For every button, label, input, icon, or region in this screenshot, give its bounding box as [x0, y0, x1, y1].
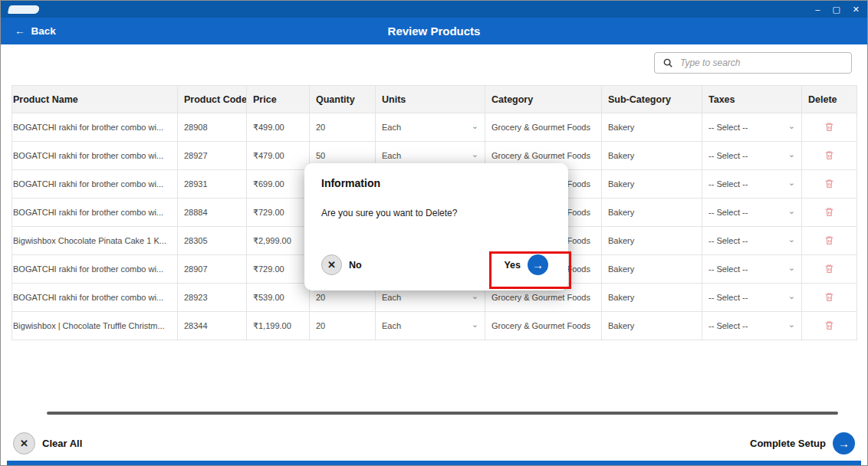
cell-product-code: 28931: [178, 170, 247, 199]
table-row: BOGATCHI rakhi for brother combo wi... 2…: [12, 113, 857, 142]
units-dropdown[interactable]: Each ⌄: [376, 113, 485, 142]
cell-price: ₹729.00: [247, 199, 310, 227]
search-box[interactable]: [654, 52, 852, 74]
chevron-down-icon: ⌄: [788, 206, 795, 216]
cell-product-name: BOGATCHI rakhi for brother combo wi...: [12, 142, 178, 170]
search-icon: [663, 57, 673, 68]
cell-sub-category: Bakery: [602, 284, 702, 312]
minimize-button[interactable]: –: [815, 1, 820, 18]
taxes-dropdown[interactable]: -- Select -- ⌄: [702, 255, 802, 284]
delete-icon[interactable]: [824, 235, 834, 248]
chevron-down-icon: ⌄: [788, 178, 795, 188]
cell-delete: [802, 255, 857, 284]
titlebar: – ▢ ✕: [1, 1, 867, 18]
dialog-title: Information: [321, 177, 551, 189]
column-header: Quantity: [310, 86, 376, 113]
delete-icon[interactable]: [824, 149, 834, 162]
cell-product-name: BOGATCHI rakhi for brother combo wi...: [12, 284, 178, 312]
cell-sub-category: Bakery: [602, 113, 702, 142]
horizontal-scrollbar[interactable]: [47, 412, 838, 415]
cell-product-code: 28305: [178, 227, 247, 255]
delete-icon[interactable]: [824, 178, 834, 191]
page-title: Review Products: [1, 18, 867, 44]
chevron-down-icon: ⌄: [788, 121, 795, 131]
cell-delete: [802, 170, 857, 199]
no-label: No: [349, 260, 362, 271]
cell-delete: [802, 284, 857, 312]
cell-price: ₹729.00: [247, 255, 310, 284]
cell-product-name: BOGATCHI rakhi for brother combo wi...: [12, 170, 178, 199]
column-header: Units: [376, 86, 485, 113]
cell-sub-category: Bakery: [602, 312, 702, 340]
delete-icon[interactable]: [824, 263, 834, 276]
cell-product-code: 28927: [178, 142, 247, 170]
footer-bar: ✕ Clear All Complete Setup →: [1, 427, 867, 459]
clear-all-label: Clear All: [42, 438, 82, 449]
chevron-down-icon: ⌄: [788, 149, 795, 159]
taxes-dropdown[interactable]: -- Select -- ⌄: [702, 227, 802, 255]
cell-product-name: Bigwishbox | Chocolate Truffle Christm..…: [12, 312, 178, 340]
cell-sub-category: Bakery: [602, 142, 702, 170]
chevron-down-icon: ⌄: [472, 149, 478, 159]
cell-product-name: BOGATCHI rakhi for brother combo wi...: [12, 113, 178, 142]
units-dropdown[interactable]: Each ⌄: [376, 312, 485, 340]
maximize-button[interactable]: ▢: [832, 1, 840, 18]
cell-product-code: 28907: [178, 255, 247, 284]
cell-price: ₹2,999.00: [247, 227, 310, 255]
close-button[interactable]: ✕: [853, 1, 860, 18]
taxes-dropdown[interactable]: -- Select -- ⌄: [702, 142, 802, 170]
cell-quantity: 20: [310, 113, 376, 142]
cell-delete: [802, 227, 857, 255]
column-header: Taxes: [702, 86, 802, 113]
taxes-dropdown[interactable]: -- Select -- ⌄: [702, 170, 802, 199]
delete-icon[interactable]: [824, 291, 834, 304]
chevron-down-icon: ⌄: [788, 291, 795, 301]
cell-delete: [802, 312, 857, 340]
cell-sub-category: Bakery: [602, 199, 702, 227]
chevron-down-icon: ⌄: [472, 291, 478, 301]
yes-label: Yes: [504, 260, 521, 271]
table-header-row: Product NameProduct CodePriceQuantityUni…: [12, 86, 857, 113]
cell-price: ₹699.00: [247, 170, 310, 199]
delete-icon[interactable]: [824, 121, 834, 134]
cell-product-code: 28884: [178, 199, 247, 227]
delete-icon[interactable]: [824, 320, 834, 333]
cell-product-name: Bigwishbox Chocolate Pinata Cake 1 K...: [12, 227, 178, 255]
cell-price: ₹539.00: [247, 284, 310, 312]
cell-product-code: 28908: [178, 113, 247, 142]
complete-setup-arrow-icon: →: [833, 432, 855, 455]
cell-sub-category: Bakery: [602, 170, 702, 199]
taxes-dropdown[interactable]: -- Select -- ⌄: [702, 284, 802, 312]
taxes-dropdown[interactable]: -- Select -- ⌄: [702, 199, 802, 227]
cell-product-name: BOGATCHI rakhi for brother combo wi...: [12, 199, 178, 227]
delete-icon[interactable]: [824, 206, 834, 219]
taxes-dropdown[interactable]: -- Select -- ⌄: [702, 312, 802, 340]
cell-product-code: 28344: [178, 312, 247, 340]
chevron-down-icon: ⌄: [788, 320, 795, 330]
complete-setup-button[interactable]: Complete Setup →: [750, 432, 855, 455]
yes-arrow-icon: →: [528, 254, 548, 275]
cell-quantity: 20: [310, 312, 376, 340]
cell-price: ₹479.00: [247, 142, 310, 170]
clear-all-x-icon: ✕: [13, 432, 35, 455]
chevron-down-icon: ⌄: [472, 320, 478, 330]
chevron-down-icon: ⌄: [788, 263, 795, 273]
column-header: Price: [247, 86, 310, 113]
clear-all-button[interactable]: ✕ Clear All: [13, 432, 82, 455]
table-row: Bigwishbox | Chocolate Truffle Christm..…: [12, 312, 857, 340]
chevron-down-icon: ⌄: [788, 235, 795, 244]
column-header: Category: [485, 86, 602, 113]
column-header: Delete: [802, 86, 857, 113]
cell-category: Grocery & Gourmet Foods: [485, 312, 602, 340]
dialog-no-button[interactable]: ✕ No: [321, 254, 362, 275]
taxes-dropdown[interactable]: -- Select -- ⌄: [702, 113, 802, 142]
cell-delete: [802, 142, 857, 170]
app-logo-icon: [8, 5, 40, 14]
dialog-yes-button[interactable]: Yes →: [504, 254, 548, 275]
bottom-accent-strip: [7, 461, 861, 465]
search-input[interactable]: [680, 57, 843, 68]
cell-product-code: 28923: [178, 284, 247, 312]
cell-category: Grocery & Gourmet Foods: [485, 113, 602, 142]
cell-sub-category: Bakery: [602, 255, 702, 284]
header-bar: ← Back Review Products: [1, 18, 867, 44]
